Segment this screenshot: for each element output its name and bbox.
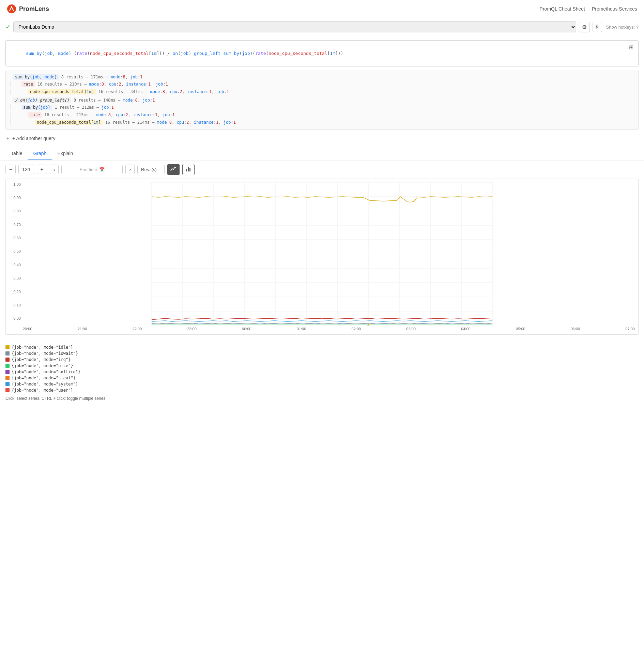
legend-item-iowait[interactable]: {job="node", mode="iowait"}: [5, 350, 639, 357]
bar-chart-button[interactable]: [182, 164, 195, 175]
tree-node-0: sum by(job, mode) 8 results – 171ms – mo…: [11, 74, 633, 80]
node-label-3[interactable]: / on(job) group_left(): [13, 97, 71, 103]
query-editor[interactable]: sum by(job, mode) (rate(node_cpu_seconds…: [5, 40, 639, 66]
legend-label-softirq: {job="node", mode="softirq"}: [12, 369, 80, 374]
x-label-0500: 05:00: [516, 327, 525, 331]
legend-color-iowait: [5, 351, 10, 355]
query-expression[interactable]: sum by(job, mode) (rate(node_cpu_seconds…: [10, 43, 628, 63]
node-stats-4: 1 result – 212ms – job:1: [55, 105, 114, 110]
x-label-0600: 06:00: [571, 327, 580, 331]
legend-item-idle[interactable]: {job="node", mode="idle"}: [5, 344, 639, 350]
legend-item-steal[interactable]: {job="node", mode="steal"}: [5, 375, 639, 381]
node-label-4[interactable]: sum by(job): [21, 105, 52, 110]
query-tree-toggle[interactable]: ⊞: [628, 43, 634, 51]
svg-point-0: [7, 4, 16, 13]
tab-explain[interactable]: Explain: [52, 147, 78, 160]
tab-table[interactable]: Table: [5, 147, 28, 160]
nav-cheatsheet[interactable]: PromQL Cheat Sheet: [540, 6, 585, 12]
legend-color-softirq: [5, 370, 10, 374]
query-section: sum by(job, mode) (rate(node_cpu_seconds…: [0, 36, 644, 147]
series-user[interactable]: [152, 318, 492, 320]
x-label-0700: 07:00: [625, 327, 635, 331]
settings-button[interactable]: ⚙: [579, 22, 590, 32]
legend-label-steal: {job="node", mode="steal"}: [12, 376, 76, 380]
nav-prometheus-services[interactable]: Prometheus Services: [592, 6, 637, 12]
legend-label-system: {job="node", mode="system"}: [12, 382, 78, 387]
svg-rect-3: [188, 167, 189, 171]
graph-controls: − 12h + ‹ End time 📅 › Res. (s): [0, 161, 644, 179]
legend-color-irq: [5, 358, 10, 362]
chart-container: 1.00 0.90 0.80 0.70 0.60 0.50 0.40 0.30 …: [5, 179, 639, 335]
x-label-0300: 03:00: [406, 327, 416, 331]
x-label-0100: 01:00: [297, 327, 306, 331]
logo: PromLens: [7, 4, 49, 14]
prev-time-button[interactable]: ‹: [50, 165, 59, 174]
legend-label-irq: {job="node", mode="irq"}: [12, 357, 71, 362]
server-select[interactable]: PromLabs Demo: [13, 21, 576, 32]
x-label-0400: 04:00: [461, 327, 471, 331]
tree-node-1: rate 16 results – 210ms – mode:8, cpu:2,…: [11, 80, 633, 88]
node-stats-5: 16 results – 215ms – mode:8, cpu:2, inst…: [44, 112, 175, 117]
legend-hint-text: Click: select series, CTRL + click: togg…: [5, 396, 105, 401]
header: PromLens PromQL Cheat Sheet Prometheus S…: [0, 0, 644, 18]
legend-item-irq[interactable]: {job="node", mode="irq"}: [5, 357, 639, 363]
add-query-button[interactable]: ＋ + Add another query: [5, 134, 56, 143]
series-system[interactable]: [152, 321, 492, 321]
legend-item-softirq[interactable]: {job="node", mode="softirq"}: [5, 369, 639, 375]
svg-rect-2: [186, 169, 187, 171]
resolution-label: Res. (s): [141, 167, 157, 172]
tree-node-5: rate 16 results – 215ms – mode:8, cpu:2,…: [11, 111, 633, 119]
resolution-input[interactable]: Res. (s): [137, 165, 165, 174]
legend-color-nice: [5, 364, 10, 368]
zoom-out-button[interactable]: −: [5, 165, 16, 174]
logo-icon: [7, 4, 16, 14]
line-chart-button[interactable]: [167, 164, 180, 175]
node-label-5[interactable]: rate: [28, 112, 42, 118]
legend-hint: Click: select series, CTRL + click: togg…: [0, 395, 644, 404]
bar-chart-icon: [185, 166, 191, 172]
x-axis: 20:00 21:00 22:00 23:00 00:00 01:00 02:0…: [23, 326, 635, 331]
x-label-0200: 02:00: [352, 327, 361, 331]
tab-graph[interactable]: Graph: [28, 147, 52, 160]
line-chart-icon: [170, 166, 177, 172]
next-time-button[interactable]: ›: [125, 165, 135, 174]
node-stats-6: 16 results – 214ms – mode:8, cpu:2, inst…: [105, 120, 236, 125]
tabs-section: Table Graph Explain: [0, 147, 644, 161]
end-time-input[interactable]: End time 📅: [61, 165, 123, 174]
legend-item-system[interactable]: {job="node", mode="system"}: [5, 381, 639, 387]
add-query-icon: ＋: [5, 135, 10, 141]
tree-node-6: node_cpu_seconds_total[1m] 16 results – …: [11, 119, 633, 126]
x-label-2300: 23:00: [187, 327, 197, 331]
legend-label-nice: {job="node", mode="nice"}: [12, 363, 73, 368]
series-iowait[interactable]: [152, 323, 492, 324]
tree-node-4: sum by(job) 1 result – 212ms – job:1: [11, 104, 633, 111]
node-label-0[interactable]: sum by(job, mode): [13, 74, 59, 80]
tabs: Table Graph Explain: [5, 147, 639, 160]
legend-color-idle: [5, 345, 10, 349]
legend: {job="node", mode="idle"} {job="node", m…: [0, 340, 644, 395]
legend-label-idle: {job="node", mode="idle"}: [12, 345, 73, 350]
legend-item-nice[interactable]: {job="node", mode="nice"}: [5, 363, 639, 369]
svg-point-1: [11, 6, 12, 7]
x-label-0000: 00:00: [242, 327, 251, 331]
legend-color-system: [5, 382, 10, 386]
legend-label-iowait: {job="node", mode="iowait"}: [12, 351, 78, 356]
expression-tree: sum by(job, mode) 8 results – 171ms – mo…: [5, 70, 639, 130]
calendar-icon: 📅: [99, 167, 105, 172]
tree-node-2: node_cpu_seconds_total[1m] 16 results – …: [11, 88, 633, 95]
zoom-in-button[interactable]: +: [37, 165, 47, 174]
legend-color-steal: [5, 376, 10, 380]
add-query-label: + Add another query: [12, 136, 56, 141]
node-label-6[interactable]: node_cpu_seconds_total[1m]: [35, 120, 103, 125]
share-button[interactable]: ⎘: [593, 22, 602, 32]
legend-item-user[interactable]: {job="node", mode="user"}: [5, 387, 639, 393]
node-stats-3: 8 results – 148ms – mode:8, job:1: [74, 98, 155, 103]
hotkeys-hint: Show hotkeys: ?: [606, 25, 639, 30]
connection-status-icon: ✓: [5, 23, 11, 31]
chart-plot-area[interactable]: [6, 182, 638, 326]
node-label-2[interactable]: node_cpu_seconds_total[1m]: [28, 89, 96, 94]
series-idle[interactable]: [152, 197, 492, 202]
chart-section: 1.00 0.90 0.80 0.70 0.60 0.50 0.40 0.30 …: [0, 179, 644, 340]
node-label-1[interactable]: rate: [21, 81, 35, 87]
toolbar: ✓ PromLabs Demo ⚙ ⎘ Show hotkeys: ?: [0, 18, 644, 36]
